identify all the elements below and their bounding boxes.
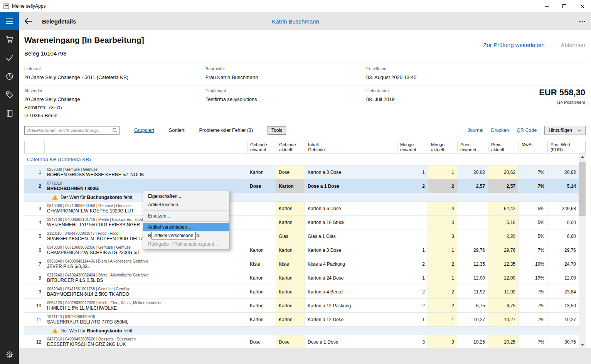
table-row[interactable]: 4 2347100 | 04006363101718 | Mehle | Bac…	[24, 216, 579, 229]
minimize-button[interactable]	[538, 0, 556, 12]
preis-erwartet-cell[interactable]: 29,76	[457, 243, 488, 257]
gebinde-erwartet-cell[interactable]	[247, 202, 276, 215]
gebinde-erwartet-cell[interactable]: Karton	[247, 313, 276, 326]
preis-erwartet-cell[interactable]	[457, 216, 488, 229]
sidebar-item-cart[interactable]	[0, 30, 19, 49]
table-row[interactable]: 5 2111010 | 04044703001847 | Food | Food…	[24, 229, 579, 243]
menge-aktuell-cell[interactable]: 1	[428, 313, 457, 326]
preis-aktuell-cell[interactable]: 12,00	[488, 271, 519, 285]
preis-erwartet-cell[interactable]: 10,25	[457, 335, 488, 348]
menge-erwartet-cell[interactable]: 2	[397, 257, 428, 271]
inhalt-gebinde-cell[interactable]: Karton a 12 Dose	[305, 313, 397, 326]
table-row[interactable]: 3 0340060 | 08710609600458 | Gemüse | Ge…	[24, 202, 579, 216]
column-header[interactable]: Preisaktuell	[488, 141, 519, 153]
inhalt-gebinde-cell[interactable]: Karton a 3 Dose	[305, 243, 397, 257]
menge-erwartet-cell[interactable]: 2	[397, 299, 428, 312]
menu-item[interactable]: Artikel löschen...	[143, 201, 229, 209]
column-header[interactable]: InhaltGebinde	[305, 141, 397, 153]
maximize-button[interactable]	[556, 0, 573, 12]
preis-aktuell-cell[interactable]: 10,25	[488, 335, 519, 348]
gebinde-aktuell-cell[interactable]: Karton	[276, 179, 305, 193]
gebinde-erwartet-cell[interactable]: Dose	[247, 335, 276, 348]
menge-erwartet-cell[interactable]: 1	[397, 313, 428, 326]
article-cell[interactable]: 0996040 | 04000948114496 | Biere | Alkoh…	[44, 257, 247, 271]
menge-erwartet-cell[interactable]: 1	[397, 271, 428, 285]
gebinde-erwartet-cell[interactable]	[247, 216, 276, 229]
gebinde-aktuell-cell[interactable]: Dose	[276, 335, 305, 348]
gebinde-aktuell-cell[interactable]: Karton	[276, 243, 305, 257]
preis-aktuell-cell[interactable]: 2,20	[488, 229, 519, 243]
menge-erwartet-cell[interactable]: 1	[397, 165, 428, 179]
menge-aktuell-cell[interactable]: 0	[428, 216, 457, 229]
article-cell[interactable]: 1941120 | 04028286420806 SAUERKRAUT DELI…	[44, 313, 247, 326]
gebinde-erwartet-cell[interactable]: Karton	[247, 243, 276, 257]
inhalt-gebinde-cell[interactable]: Dose a 1 Dose	[305, 179, 397, 193]
preis-erwartet-cell[interactable]	[457, 202, 488, 215]
gebinde-erwartet-cell[interactable]: Karton	[247, 285, 276, 298]
sidebar-item-reports[interactable]	[0, 67, 19, 86]
forward-for-review-link[interactable]: Zur Prüfung weiterleiten	[483, 42, 544, 48]
preis-erwartet-cell[interactable]	[457, 229, 488, 243]
preis-aktuell-cell[interactable]: 10,27	[488, 313, 519, 326]
menge-erwartet-cell[interactable]: 1	[397, 243, 428, 257]
menge-aktuell-cell[interactable]: 1	[428, 271, 457, 285]
inhalt-gebinde-cell[interactable]: Karton a 10 Stück	[305, 216, 397, 229]
preis-aktuell-cell[interactable]: 6,75	[488, 299, 519, 312]
preis-aktuell-cell[interactable]: 20,62	[488, 165, 519, 179]
gebinde-aktuell-cell[interactable]: Karton	[276, 285, 305, 298]
preis-aktuell-cell[interactable]: 11,92	[488, 285, 519, 298]
reject-link[interactable]: Ablehnen	[561, 42, 585, 48]
preis-aktuell-cell[interactable]: 29,76	[488, 243, 519, 257]
hamburger-menu-button[interactable]	[0, 12, 19, 30]
inhalt-gebinde-cell[interactable]: Karton a 6 Dose	[305, 202, 397, 215]
menge-erwartet-cell[interactable]	[397, 216, 428, 229]
sidebar-item-journal[interactable]	[0, 104, 19, 123]
scroll-up-button[interactable]	[579, 153, 586, 160]
inhalt-gebinde-cell[interactable]: Karton a 4 Beutel	[305, 285, 397, 298]
table-row[interactable]: 12 0437010 | 04000492005626 | Desserts |…	[24, 335, 579, 348]
table-row[interactable]: 9 0082040 | 05411361001738 | Gemüse | Ge…	[24, 285, 579, 299]
gebinde-aktuell-cell[interactable]: Karton	[276, 299, 305, 312]
journal-link[interactable]: Journal	[468, 128, 483, 133]
column-header[interactable]: Preiserwartet	[458, 141, 488, 153]
article-cell[interactable]: 0215240 | 04102430002404 | Biere | Alkoh…	[44, 271, 247, 285]
menge-erwartet-cell[interactable]: 2	[397, 179, 428, 193]
sidebar-item-tasks[interactable]	[0, 49, 19, 67]
scrollbar-thumb[interactable]	[579, 162, 586, 216]
preis-erwartet-cell[interactable]: 10,27	[457, 313, 488, 326]
vertical-scrollbar[interactable]	[579, 153, 586, 348]
menge-aktuell-cell[interactable]: 2	[428, 299, 457, 312]
drucken-link[interactable]: Drucken	[491, 128, 509, 133]
menge-aktuell-cell[interactable]: 1	[428, 243, 457, 257]
settings-button[interactable]	[0, 347, 19, 362]
table-row[interactable]: 6 0343030 | 08710609602056 | Gemüse | Ge…	[24, 243, 579, 257]
inhalt-gebinde-cell[interactable]: Karton a 3 Dose	[305, 165, 397, 179]
column-header[interactable]: Gebindeaktuell	[276, 141, 305, 153]
table-row[interactable]: 1 0237030 | Gemüse | Gemüse BOHNEN GROSS…	[24, 165, 579, 179]
menge-aktuell-cell[interactable]: 1	[428, 165, 457, 179]
preis-aktuell-cell[interactable]: 12,35	[488, 257, 519, 271]
user-name-link[interactable]: Katrin Buschmann	[272, 18, 319, 25]
more-options-button[interactable]	[573, 12, 591, 30]
preis-aktuell-cell[interactable]: 5,16	[488, 216, 519, 229]
menu-item[interactable]: Artikel verschieben...	[143, 223, 229, 231]
menge-erwartet-cell[interactable]	[397, 202, 428, 215]
menge-erwartet-cell[interactable]: 3	[397, 335, 428, 348]
table-row[interactable]: 8 0215240 | 04102430002404 | Biere | Alk…	[24, 271, 579, 285]
menge-aktuell-cell[interactable]: 4	[428, 202, 457, 215]
article-cell[interactable]: 0954120 | 04025839012020 | Milch | Eier-…	[44, 299, 247, 312]
gebinde-aktuell-cell[interactable]: Dose	[276, 165, 305, 179]
group-header[interactable]: Cafeteria KB (Cafeteria KB)	[24, 153, 579, 165]
scroll-down-button[interactable]	[579, 342, 586, 348]
inhalt-gebinde-cell[interactable]: Karton a 24 Dose	[305, 271, 397, 285]
gebinde-aktuell-cell[interactable]: Glas	[276, 229, 305, 243]
menge-aktuell-cell[interactable]: 2	[428, 285, 457, 298]
filter-gruppiert[interactable]: Gruppiert	[134, 128, 154, 133]
menge-aktuell-cell[interactable]: 3	[428, 335, 457, 348]
filter-sortiert[interactable]: Sortiert	[169, 128, 184, 133]
menu-item[interactable]: Ersetzen...	[143, 212, 229, 220]
gebinde-erwartet-cell[interactable]: Kiste	[247, 257, 276, 271]
table-row[interactable]: 2 0772010 BRECHBOHNEN I 800G Dose Karton…	[24, 179, 579, 193]
search-input[interactable]	[24, 126, 120, 135]
inhalt-gebinde-cell[interactable]: Dose a 1 Dose	[305, 335, 397, 348]
